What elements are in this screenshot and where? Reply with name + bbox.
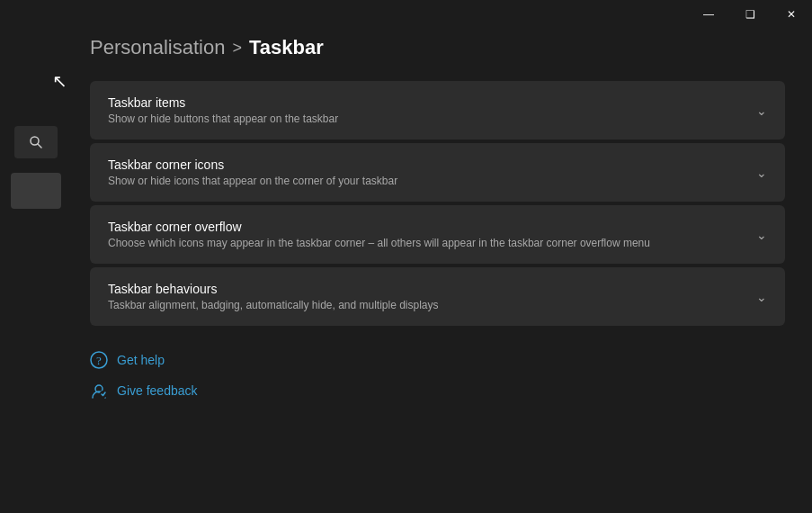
settings-item-taskbar-corner-overflow[interactable]: Taskbar corner overflow Choose which ico… <box>90 205 785 264</box>
breadcrumb-parent[interactable]: Personalisation <box>90 36 225 59</box>
settings-item-taskbar-corner-icons-title: Taskbar corner icons <box>108 158 397 172</box>
chevron-down-icon: ⌄ <box>756 228 767 242</box>
settings-list: Taskbar items Show or hide buttons that … <box>90 81 785 326</box>
give-feedback-link[interactable]: Give feedback <box>90 382 785 400</box>
settings-item-taskbar-corner-icons-desc: Show or hide icons that appear on the co… <box>108 175 397 187</box>
settings-item-taskbar-items[interactable]: Taskbar items Show or hide buttons that … <box>90 81 785 140</box>
give-feedback-label: Give feedback <box>117 383 198 398</box>
settings-item-taskbar-corner-overflow-title: Taskbar corner overflow <box>108 220 650 234</box>
search-icon <box>29 135 43 149</box>
breadcrumb: Personalisation > Taskbar <box>90 36 785 59</box>
svg-line-1 <box>38 144 41 148</box>
breadcrumb-separator: > <box>232 39 242 58</box>
search-button[interactable] <box>14 126 58 158</box>
settings-item-taskbar-behaviours-desc: Taskbar alignment, badging, automaticall… <box>108 299 439 311</box>
get-help-link[interactable]: ? Get help <box>90 351 785 369</box>
settings-item-taskbar-corner-overflow-text: Taskbar corner overflow Choose which ico… <box>108 220 650 249</box>
settings-item-taskbar-items-desc: Show or hide buttons that appear on the … <box>108 112 338 125</box>
settings-item-taskbar-behaviours[interactable]: Taskbar behaviours Taskbar alignment, ba… <box>90 267 785 326</box>
settings-item-taskbar-corner-overflow-desc: Choose which icons may appear in the tas… <box>108 237 650 249</box>
settings-item-taskbar-behaviours-text: Taskbar behaviours Taskbar alignment, ba… <box>108 282 439 311</box>
breadcrumb-current: Taskbar <box>249 36 324 59</box>
chevron-down-icon: ⌄ <box>756 104 767 118</box>
settings-item-taskbar-items-text: Taskbar items Show or hide buttons that … <box>108 95 338 125</box>
settings-item-taskbar-corner-icons[interactable]: Taskbar corner icons Show or hide icons … <box>90 143 785 202</box>
sidebar <box>0 0 72 513</box>
settings-item-taskbar-items-title: Taskbar items <box>108 95 338 110</box>
chevron-down-icon: ⌄ <box>756 290 767 304</box>
main-content: Personalisation > Taskbar Taskbar items … <box>72 0 812 513</box>
settings-item-taskbar-corner-icons-text: Taskbar corner icons Show or hide icons … <box>108 158 397 187</box>
svg-text:?: ? <box>96 354 102 367</box>
get-help-label: Get help <box>117 353 165 367</box>
feedback-icon <box>90 382 108 400</box>
nav-placeholder <box>11 173 61 209</box>
help-section: ? Get help Give feedback <box>90 351 785 400</box>
settings-item-taskbar-behaviours-title: Taskbar behaviours <box>108 282 439 296</box>
help-circle-icon: ? <box>90 351 108 369</box>
chevron-down-icon: ⌄ <box>756 166 767 180</box>
